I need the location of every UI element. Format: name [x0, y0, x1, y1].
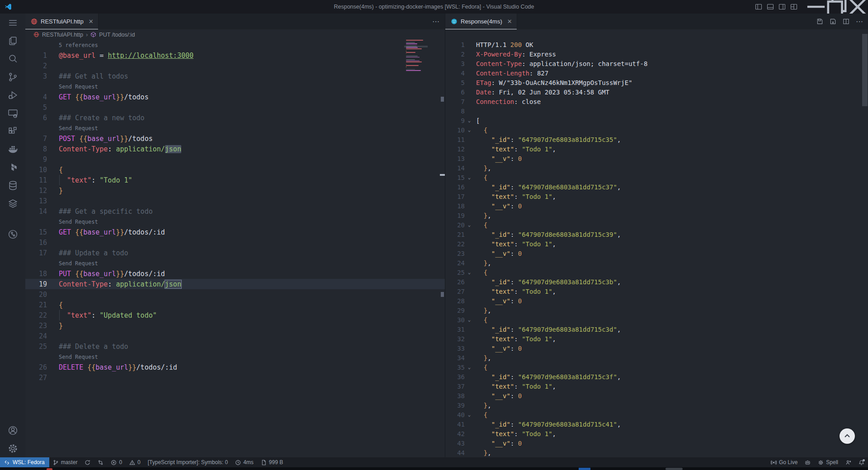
- code-line[interactable]: 27 "text": "Todo 1",: [445, 287, 868, 296]
- code-line[interactable]: 5: [25, 102, 445, 113]
- code-line[interactable]: 22 "text": "Todo 1",: [445, 239, 868, 249]
- code-line[interactable]: 14### Get a specific todo: [25, 206, 445, 216]
- send-request-link[interactable]: Send Request: [59, 219, 98, 225]
- code-line[interactable]: 21{: [25, 300, 445, 310]
- restore-button[interactable]: [826, 0, 847, 14]
- code-line[interactable]: 26DELETE {{base_url}}/todos/:id: [25, 362, 445, 372]
- code-line[interactable]: 32 "text": "Todo 1",: [445, 334, 868, 343]
- code-line[interactable]: 13: [25, 196, 445, 206]
- code-line[interactable]: 25⌄ {: [445, 268, 868, 277]
- code-line[interactable]: 25### Delete a todo: [25, 341, 445, 352]
- code-line[interactable]: 37 "text": "Todo 1",: [445, 381, 868, 391]
- response-editor[interactable]: 1HTTP/1.1 200 OK2X-Powered-By: Express3C…: [445, 29, 868, 468]
- codelens-line[interactable]: Send Request: [25, 258, 445, 268]
- tab-close-icon[interactable]: ✕: [89, 18, 94, 25]
- code-line[interactable]: 15GET {{base_url}}/todos/:id: [25, 227, 445, 237]
- close-button[interactable]: [847, 0, 868, 14]
- code-line[interactable]: 40⌄ {: [445, 410, 868, 419]
- more-actions-icon[interactable]: ⋯: [856, 17, 863, 26]
- activity-extensions-icon[interactable]: [0, 122, 25, 140]
- status-error[interactable]: 0: [107, 457, 126, 467]
- code-line[interactable]: 30⌄ {: [445, 315, 868, 324]
- breadcrumb-file[interactable]: RESTfulAPI.http: [42, 32, 83, 38]
- activity-docker-icon[interactable]: [0, 140, 25, 158]
- code-line[interactable]: 42 "text": "Todo 1",: [445, 429, 868, 438]
- status-feedback[interactable]: [842, 457, 855, 467]
- scrollbar-thumb[interactable]: [862, 34, 868, 106]
- minimap[interactable]: [406, 40, 433, 73]
- tab-response[interactable]: Response(4ms) ✕: [445, 14, 517, 29]
- code-line[interactable]: 19 },: [445, 211, 868, 220]
- code-line[interactable]: 11 "text": "Todo 1": [25, 175, 445, 185]
- code-line[interactable]: 7Connection: close: [445, 97, 868, 106]
- code-line[interactable]: 21 "_id": "647907d8e6803a81dd715c39",: [445, 230, 868, 239]
- code-line[interactable]: 18 "__v": 0: [445, 201, 868, 211]
- customize-layout-icon[interactable]: [790, 3, 797, 10]
- code-line[interactable]: 26 "_id": "647907d9e6803a81dd715c3b",: [445, 277, 868, 287]
- code-line[interactable]: 36 "_id": "647907d9e6803a81dd715c3f",: [445, 372, 868, 381]
- toggle-secondary-sidebar-icon[interactable]: [778, 3, 786, 10]
- activity-menu-icon[interactable]: [0, 14, 25, 32]
- code-line[interactable]: 1HTTP/1.1 200 OK: [445, 40, 868, 49]
- activity-remote-explorer-icon[interactable]: [0, 104, 25, 122]
- activity-settings-gear-icon[interactable]: [0, 439, 25, 457]
- code-line[interactable]: 6### Create a new todo: [25, 113, 445, 123]
- status-gear[interactable]: Spell: [814, 457, 842, 467]
- fold-chevron-icon[interactable]: ⌄: [465, 223, 474, 227]
- code-line[interactable]: 24: [25, 331, 445, 341]
- code-line[interactable]: 17 "text": "Todo 1",: [445, 192, 868, 201]
- code-line[interactable]: 1@base_url = http://localhost:3000: [25, 50, 445, 61]
- code-line[interactable]: 5ETag: W/"33b-OuAcNz46kNm1XRMgpOsTussWrj…: [445, 78, 868, 87]
- activity-search-icon[interactable]: [0, 50, 25, 68]
- code-line[interactable]: 39 },: [445, 400, 868, 410]
- codelens-line[interactable]: Send Request: [25, 352, 445, 362]
- split-editor-icon[interactable]: [843, 18, 849, 25]
- code-line[interactable]: 8Content-Type: application/json: [25, 144, 445, 154]
- code-line[interactable]: 20: [25, 289, 445, 300]
- code-line[interactable]: 17### Update a todo: [25, 248, 445, 258]
- fold-chevron-icon[interactable]: ⌄: [465, 128, 474, 132]
- code-line[interactable]: 16: [25, 237, 445, 248]
- fold-chevron-icon[interactable]: ⌄: [465, 175, 474, 180]
- tab-close-icon[interactable]: ✕: [507, 18, 512, 25]
- toggle-panel-icon[interactable]: [767, 3, 774, 10]
- fold-chevron-icon[interactable]: ⌄: [465, 118, 474, 123]
- codelens-line[interactable]: 5 references: [25, 40, 445, 50]
- fold-chevron-icon[interactable]: ⌄: [465, 318, 474, 322]
- code-line[interactable]: 2X-Powered-By: Express: [445, 49, 868, 59]
- tab-restfulapi-http[interactable]: RESTfulAPI.http ✕: [25, 14, 99, 29]
- minimize-button[interactable]: [806, 0, 826, 14]
- code-line[interactable]: 34 },: [445, 353, 868, 362]
- code-line[interactable]: 4GET {{base_url}}/todos: [25, 92, 445, 102]
- save-body-icon[interactable]: [830, 18, 836, 25]
- code-line[interactable]: 8: [445, 106, 868, 116]
- code-line[interactable]: 18PUT {{base_url}}/todos/:id: [25, 268, 445, 279]
- code-line[interactable]: 35⌄ {: [445, 362, 868, 372]
- code-line[interactable]: 14 },: [445, 163, 868, 173]
- code-line[interactable]: 33 "__v": 0: [445, 343, 868, 353]
- status-remote[interactable]: WSL: Fedora: [0, 457, 49, 467]
- status-git-compare[interactable]: [94, 457, 107, 467]
- code-line[interactable]: 38 "__v": 0: [445, 391, 868, 400]
- more-actions-icon[interactable]: ⋯: [432, 17, 439, 26]
- code-line[interactable]: 29 },: [445, 306, 868, 315]
- code-line[interactable]: 3Content-Type: application/json; charset…: [445, 59, 868, 68]
- fold-chevron-icon[interactable]: ⌄: [465, 365, 474, 370]
- code-line[interactable]: 22 "text": "Updated todo": [25, 310, 445, 320]
- scroll-to-top-button[interactable]: [840, 428, 855, 444]
- status-warning[interactable]: 0: [126, 457, 144, 467]
- code-line[interactable]: 7POST {{base_url}}/todos: [25, 133, 445, 144]
- code-line[interactable]: 11 "_id": "647907d7e6803a81dd715c35",: [445, 135, 868, 144]
- status-robot[interactable]: [801, 457, 814, 467]
- codelens-line[interactable]: Send Request: [25, 123, 445, 133]
- code-line[interactable]: 9⌄[: [445, 116, 868, 125]
- breadcrumb-symbol[interactable]: PUT /todos/:id: [99, 32, 135, 38]
- code-line[interactable]: 23 "__v": 0: [445, 249, 868, 258]
- activity-explorer-icon[interactable]: [0, 32, 25, 50]
- references-codelens[interactable]: 5 references: [59, 42, 98, 48]
- code-line[interactable]: 41 "_id": "647907d9e6803a81dd715c41",: [445, 419, 868, 429]
- code-line[interactable]: 12}: [25, 185, 445, 196]
- code-line[interactable]: 10⌄ {: [445, 125, 868, 135]
- status-broadcast[interactable]: Go Live: [767, 457, 801, 467]
- code-line[interactable]: 2: [25, 61, 445, 71]
